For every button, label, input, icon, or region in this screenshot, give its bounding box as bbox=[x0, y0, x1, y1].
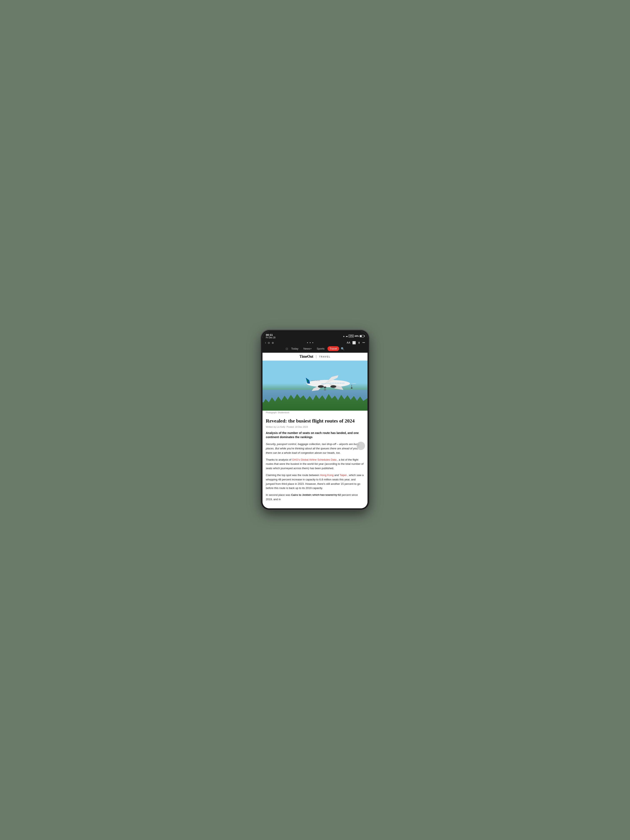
svg-rect-7 bbox=[342, 383, 343, 384]
nav-buttons: ‹ ⊖ ⊕ bbox=[265, 341, 274, 344]
svg-rect-16 bbox=[327, 383, 328, 384]
svg-point-4 bbox=[331, 385, 336, 388]
svg-line-21 bbox=[324, 388, 325, 390]
article-content: Revealed: the busiest flight routes of 2… bbox=[262, 415, 368, 508]
taipei-link[interactable]: Taipei bbox=[339, 474, 347, 477]
status-right: ▲ ☁ VPN 44% bbox=[343, 335, 364, 338]
browser-right: AA ⬜ ⬆ ••• bbox=[347, 341, 365, 344]
hong-kong-link[interactable]: Hong Kong bbox=[320, 474, 333, 477]
photo-credit: Photograph: Shutterstock bbox=[262, 411, 368, 415]
dislike-button[interactable]: ⊖ bbox=[268, 341, 270, 344]
article-para-4: In second place was Cairo to Jeddah, whi… bbox=[266, 493, 364, 502]
svg-rect-11 bbox=[335, 383, 336, 384]
svg-point-2 bbox=[318, 385, 323, 388]
tab-today[interactable]: Today bbox=[289, 346, 300, 351]
tab-travel[interactable]: Travel bbox=[327, 346, 339, 351]
back-button[interactable]: ‹ bbox=[265, 341, 266, 344]
para2-before: Thanks to analysis of bbox=[266, 458, 292, 461]
article-deck: Analysis of the number of seats on each … bbox=[266, 431, 364, 439]
svg-rect-15 bbox=[328, 383, 329, 384]
article-body: Security, passport control, baggage coll… bbox=[266, 442, 364, 502]
brand-bar: TimeOut | TRAVEL bbox=[262, 353, 368, 361]
brand-divider: | bbox=[316, 355, 316, 358]
svg-rect-12 bbox=[333, 383, 335, 384]
svg-rect-6 bbox=[343, 383, 344, 384]
svg-rect-18 bbox=[323, 383, 324, 384]
svg-point-20 bbox=[324, 387, 327, 388]
bookmark-icon[interactable]: ⬜ bbox=[352, 341, 356, 344]
status-bar: 00:11 Fri Dec 20 ▲ ☁ VPN 44% bbox=[262, 332, 368, 339]
oag-link[interactable]: OAG's Global Airline Schedules Data bbox=[292, 458, 336, 461]
like-button[interactable]: ⊕ bbox=[272, 341, 274, 344]
para3-middle: and bbox=[335, 474, 339, 477]
brand-section: TRAVEL bbox=[319, 355, 331, 358]
browser-top-row: ‹ ⊖ ⊕ • • • AA ⬜ ⬆ ••• bbox=[265, 341, 365, 344]
hero-image: CATHAY PACIFIC bbox=[262, 361, 368, 411]
article-title: Revealed: the busiest flight routes of 2… bbox=[266, 418, 364, 424]
cairo-bold: Cairo to bbox=[291, 493, 301, 496]
wifi-icon: ☁ bbox=[346, 335, 348, 337]
nav-tabs: ⊡ Today News+ Sports Travel 🔍 bbox=[265, 346, 365, 351]
sidebar-icon[interactable]: ⊡ bbox=[286, 347, 288, 351]
article-para-2: Thanks to analysis of OAG's Global Airli… bbox=[266, 458, 364, 471]
article-byline: Written by Liv Kelly Posted: 18 Dec 2024 bbox=[266, 426, 364, 428]
svg-text:CATHAY PACIFIC: CATHAY PACIFIC bbox=[311, 380, 320, 381]
svg-rect-9 bbox=[338, 383, 339, 384]
share-icon[interactable]: ⬆ bbox=[358, 341, 360, 344]
status-date: Fri Dec 20 bbox=[266, 336, 275, 339]
more-icon[interactable]: ••• bbox=[362, 341, 365, 344]
battery-percent: 44% bbox=[355, 335, 359, 337]
tab-news-plus[interactable]: News+ bbox=[301, 346, 314, 351]
para3-before: Claiming the top spot was the route betw… bbox=[266, 474, 320, 477]
para4-before: In second place was Cairo to Jeddah, whi… bbox=[266, 493, 358, 501]
battery-fill bbox=[360, 335, 362, 337]
dots-menu: • • • bbox=[276, 341, 345, 344]
svg-rect-19 bbox=[322, 383, 323, 384]
status-left: 00:11 Fri Dec 20 bbox=[266, 333, 275, 339]
svg-point-25 bbox=[351, 387, 352, 388]
battery-icon bbox=[360, 335, 364, 337]
brand-logo: TimeOut bbox=[299, 354, 313, 359]
svg-rect-17 bbox=[325, 383, 326, 384]
jeddah-strikethrough: Jeddah, which has soared by 62 bbox=[302, 493, 341, 496]
aa-button[interactable]: AA bbox=[347, 341, 350, 344]
status-time: 00:11 bbox=[266, 333, 275, 336]
svg-rect-8 bbox=[340, 383, 341, 384]
search-icon[interactable]: 🔍 bbox=[341, 347, 344, 351]
svg-rect-14 bbox=[330, 383, 331, 384]
para1-text: Security, passport control, baggage coll… bbox=[266, 442, 359, 455]
vpn-label: VPN bbox=[349, 335, 354, 338]
device-screen: 00:11 Fri Dec 20 ▲ ☁ VPN 44% ‹ ⊖ ⊕ bbox=[262, 332, 368, 508]
device-frame: 00:11 Fri Dec 20 ▲ ☁ VPN 44% ‹ ⊖ ⊕ bbox=[261, 330, 369, 510]
signal-icon: ▲ bbox=[343, 335, 345, 337]
svg-line-22 bbox=[325, 388, 326, 390]
three-dots: • • • bbox=[307, 341, 314, 344]
browser-chrome: ‹ ⊖ ⊕ • • • AA ⬜ ⬆ ••• ⊡ Today News+ bbox=[262, 339, 368, 353]
article-para-1: Security, passport control, baggage coll… bbox=[266, 442, 364, 455]
tab-sports[interactable]: Sports bbox=[314, 346, 327, 351]
svg-rect-10 bbox=[337, 383, 338, 384]
svg-rect-13 bbox=[332, 383, 333, 384]
article-para-3: Claiming the top spot was the route betw… bbox=[266, 473, 364, 490]
scroll-button[interactable] bbox=[357, 442, 365, 450]
